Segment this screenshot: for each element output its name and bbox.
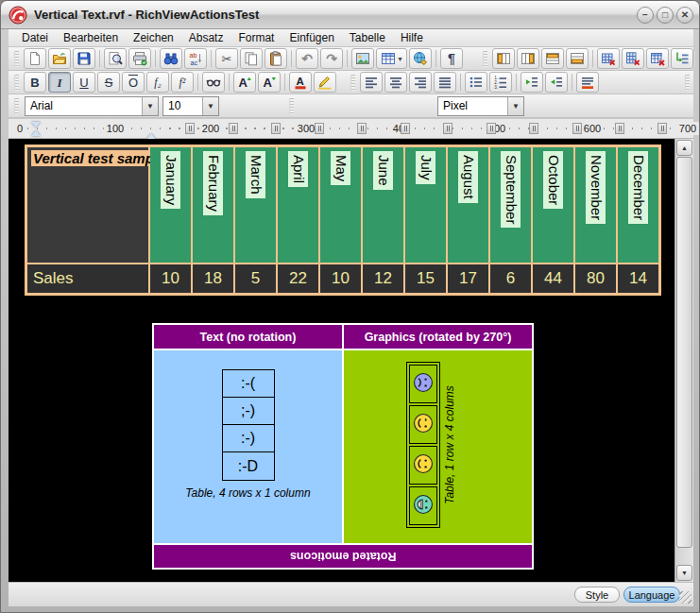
table-column-marker[interactable] <box>487 123 496 134</box>
sales-label-cell[interactable]: Sales <box>27 264 148 293</box>
table-properties-button[interactable] <box>671 48 693 69</box>
scroll-down-button[interactable]: ▼ <box>676 565 692 581</box>
font-color-button[interactable]: A <box>289 72 312 93</box>
superscript-button[interactable]: f² <box>171 72 194 93</box>
table2-header-left-cell[interactable]: Text (no rotation) <box>154 325 342 349</box>
insert-column-left-button[interactable] <box>492 48 515 69</box>
subscript-button[interactable]: f₂ <box>146 72 169 93</box>
unit-combo[interactable]: Pixel ▼ <box>437 96 524 116</box>
cut-button[interactable]: ✂ <box>215 48 238 69</box>
table2-footer-cell[interactable]: Rotated emoticons <box>154 545 532 568</box>
emoticons-table[interactable]: Text (no rotation) Graphics (rotated by … <box>152 323 534 570</box>
copy-button[interactable] <box>240 48 263 69</box>
shrink-font-button[interactable]: A <box>258 72 281 93</box>
menu-format[interactable]: Format <box>230 29 282 47</box>
smiley-cell[interactable] <box>409 446 437 485</box>
numbering-button[interactable]: 1.2.3. <box>489 72 512 93</box>
paragraph-marks-button[interactable]: ¶ <box>440 48 463 69</box>
table-column-marker[interactable] <box>615 123 624 134</box>
toolbar-grip[interactable] <box>289 98 294 114</box>
inner-text-table[interactable]: :-(;-):-):-D <box>222 369 275 481</box>
align-left-button[interactable] <box>360 72 383 93</box>
sales-value-cell[interactable]: 17 <box>448 264 488 293</box>
insert-hyperlink-button[interactable] <box>409 48 432 69</box>
align-center-button[interactable] <box>384 72 407 93</box>
sales-value-cell[interactable]: 10 <box>320 264 361 293</box>
style-button[interactable]: Style <box>574 587 620 603</box>
insert-table-button[interactable]: ▾ <box>376 48 407 69</box>
emoticon-text-cell[interactable]: :-D <box>223 452 274 480</box>
delete-columns-button[interactable] <box>622 48 644 69</box>
align-justify-button[interactable] <box>434 72 456 93</box>
emoticon-text-cell[interactable]: :-) <box>223 425 274 452</box>
menu-datei[interactable]: Datei <box>14 29 56 47</box>
title-bar[interactable]: Vertical Text.rvf - RichViewActionsTest … <box>1 1 700 29</box>
undo-button[interactable]: ↶ <box>296 48 318 69</box>
open-button[interactable] <box>48 48 71 69</box>
toolbar-grip[interactable] <box>14 98 19 114</box>
toolbar-grip[interactable] <box>685 75 690 91</box>
table-column-marker[interactable] <box>443 123 452 134</box>
horizontal-ruler[interactable]: 0100200300400500600700 <box>9 119 693 139</box>
sales-value-cell[interactable]: 10 <box>150 264 191 293</box>
decrease-indent-button[interactable] <box>521 72 543 93</box>
text-style-button[interactable] <box>202 72 225 93</box>
insert-row-below-button[interactable] <box>566 48 589 69</box>
month-cell[interactable]: June <box>363 147 403 263</box>
underline-button[interactable]: U <box>73 72 95 93</box>
toolbar-grip[interactable] <box>14 75 19 91</box>
toolbar-grip[interactable] <box>14 51 19 67</box>
month-cell[interactable]: February <box>193 147 233 263</box>
delete-table-button[interactable] <box>646 48 669 69</box>
language-button[interactable]: Language <box>623 587 680 603</box>
align-right-button[interactable] <box>409 72 432 93</box>
table1-header-cell[interactable]: Vertical test sample <box>27 147 148 263</box>
month-cell[interactable]: November <box>575 147 616 263</box>
smiley-cell[interactable] <box>409 365 437 403</box>
scrollbar-thumb[interactable] <box>676 157 692 548</box>
increase-indent-button[interactable] <box>545 72 568 93</box>
menu-absatz[interactable]: Absatz <box>181 29 231 47</box>
table2-header-right-cell[interactable]: Graphics (rotated by 270°) <box>344 325 532 349</box>
table-column-marker[interactable] <box>572 123 582 134</box>
dropdown-arrow-icon[interactable]: ▼ <box>142 97 158 115</box>
menu-hilfe[interactable]: Hilfe <box>393 29 431 47</box>
table-column-marker[interactable] <box>185 123 195 134</box>
table-column-marker[interactable] <box>271 123 281 134</box>
month-cell[interactable]: September <box>490 147 531 263</box>
inner-graphics-table[interactable] <box>406 362 440 528</box>
table-column-marker[interactable] <box>315 123 324 134</box>
toolbar-grip[interactable] <box>350 75 355 91</box>
minimize-button[interactable]: − <box>637 7 654 24</box>
font-name-combo[interactable]: Arial ▼ <box>25 96 159 116</box>
sales-value-cell[interactable]: 5 <box>235 264 276 293</box>
toolbar-grip[interactable] <box>694 51 695 67</box>
text-emoticons-cell[interactable]: :-(;-):-):-D Table, 4 rows x 1 column <box>154 350 342 543</box>
resize-grip[interactable] <box>679 591 691 604</box>
delete-rows-button[interactable] <box>597 48 620 69</box>
vertical-text-table[interactable]: Vertical test sampleJanuaryFebruaryMarch… <box>25 145 661 296</box>
sales-value-cell[interactable]: 22 <box>278 264 318 293</box>
highlight-button[interactable] <box>314 72 336 93</box>
month-cell[interactable]: October <box>533 147 573 263</box>
graphic-emoticons-cell[interactable]: Table, 1 row x 4 colums <box>344 350 532 543</box>
month-cell[interactable]: December <box>618 147 658 263</box>
insert-row-above-button[interactable] <box>541 48 564 69</box>
sales-value-cell[interactable]: 15 <box>405 264 446 293</box>
scroll-up-button[interactable]: ▲ <box>676 140 692 156</box>
maximize-button[interactable]: □ <box>657 7 674 24</box>
bullets-button[interactable] <box>465 72 487 93</box>
insert-table-dropdown-arrow-icon[interactable]: ▾ <box>398 55 401 63</box>
month-cell[interactable]: May <box>320 147 361 263</box>
sales-value-cell[interactable]: 80 <box>575 264 616 293</box>
print-preview-button[interactable] <box>104 48 127 69</box>
sales-value-cell[interactable]: 44 <box>533 264 573 293</box>
close-button[interactable]: ✕ <box>676 7 693 24</box>
dropdown-arrow-icon[interactable]: ▼ <box>202 97 218 115</box>
insert-column-right-button[interactable] <box>517 48 539 69</box>
month-cell[interactable]: August <box>448 147 488 263</box>
overline-button[interactable]: O <box>122 72 145 93</box>
toolbar-grip[interactable] <box>483 51 487 67</box>
italic-button[interactable]: I <box>48 72 71 93</box>
emoticon-text-cell[interactable]: :-( <box>223 370 274 398</box>
